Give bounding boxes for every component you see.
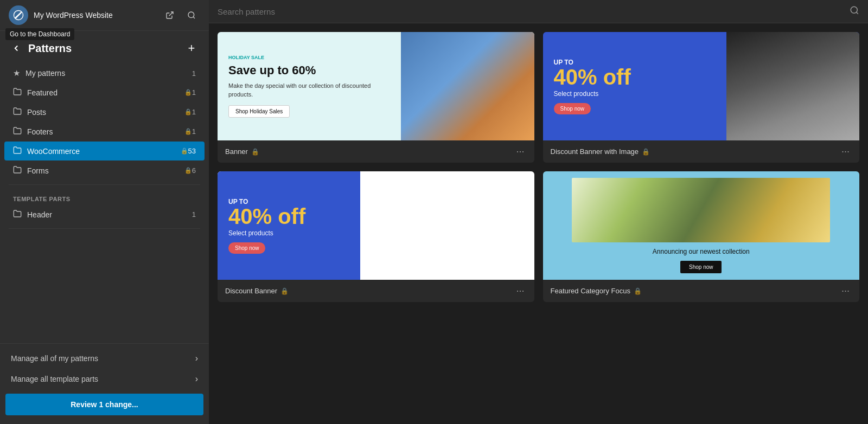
sidebar-title: Patterns (28, 42, 72, 55)
posts-label: Posts (27, 108, 182, 117)
sidebar-footer: Manage all of my patterns › Manage all t… (0, 343, 209, 424)
banner-desc: Make the day special with our collection… (228, 82, 390, 99)
svg-line-4 (856, 12, 858, 14)
lock-icon-featured: 🔒 (184, 89, 192, 96)
sidebar-item-header[interactable]: Header 1 (4, 205, 205, 224)
folder-icon-woo (13, 146, 22, 156)
tooltip: Go to the Dashboard (5, 28, 74, 40)
search-button[interactable] (183, 7, 200, 24)
discount-banner-pattern-name: Discount Banner 🔒 (225, 287, 289, 295)
forms-count: 6 (192, 166, 196, 175)
woocommerce-label: WooCommerce (27, 147, 178, 156)
discount-banner-shop-btn: Shop now (228, 242, 265, 254)
sidebar-item-woocommerce[interactable]: WooCommerce 🔒 53 (4, 142, 205, 160)
pattern-card-banner[interactable]: HOLIDAY SALE Save up to 60% Make the day… (218, 32, 534, 163)
sidebar-item-posts[interactable]: Posts 🔒 1 (4, 102, 205, 121)
discount-banner-select: Select products (228, 229, 349, 237)
banner-shop-btn: Shop Holiday Sales (228, 105, 290, 118)
back-icon (11, 43, 21, 53)
discount-img-lock-icon: 🔒 (642, 148, 650, 156)
svg-line-0 (169, 12, 173, 16)
banner-image (401, 32, 534, 140)
discount-banner-pct: 40% off (228, 205, 349, 227)
posts-count: 1 (192, 108, 196, 116)
pattern-card-featured-cat[interactable]: Announcing our newest collection Shop no… (543, 171, 860, 302)
main-content: HOLIDAY SALE Save up to 60% Make the day… (209, 0, 868, 424)
featured-announcing-text: Announcing our newest collection (653, 248, 750, 255)
svg-point-3 (851, 7, 857, 13)
banner-holiday-tag: HOLIDAY SALE (228, 55, 390, 60)
wp-logo-icon (12, 9, 24, 21)
header-label: Header (27, 210, 192, 219)
manage-template-parts-arrow-icon: › (195, 374, 198, 384)
discount-banner-more-button[interactable]: ··· (514, 285, 526, 297)
featured-cat-more-button[interactable]: ··· (839, 285, 852, 297)
featured-room-image (572, 178, 830, 242)
sidebar-top-bar: My WordPress Website (0, 0, 209, 31)
banner-title: Save up to 60% (228, 63, 390, 78)
add-pattern-button[interactable]: + (183, 40, 200, 57)
discount-img-pattern-name: Discount Banner with Image 🔒 (551, 147, 650, 156)
manage-patterns-link[interactable]: Manage all of my patterns › (0, 348, 209, 369)
patterns-grid: HOLIDAY SALE Save up to 60% Make the day… (209, 23, 868, 424)
search-input[interactable] (218, 7, 845, 16)
my-patterns-count: 1 (192, 69, 196, 78)
footers-count: 1 (192, 127, 196, 136)
star-icon: ★ (13, 68, 20, 78)
lock-icon-woo: 🔒 (181, 147, 188, 155)
forms-label: Forms (27, 166, 182, 175)
featured-cat-lock-icon: 🔒 (634, 287, 642, 295)
featured-cat-name-text: Featured Category Focus (551, 287, 630, 295)
lock-icon-posts: 🔒 (184, 108, 192, 115)
external-link-button[interactable] (161, 7, 178, 24)
search-bar (209, 0, 868, 23)
banner-card-footer: Banner 🔒 ··· (218, 140, 534, 163)
my-patterns-label: My patterns (25, 69, 192, 78)
woocommerce-count: 53 (188, 147, 196, 155)
discount-img-right (726, 32, 859, 140)
featured-shop-btn: Shop now (680, 261, 722, 273)
svg-point-1 (188, 12, 194, 18)
sidebar-header-left: Patterns (9, 41, 72, 56)
banner-left: HOLIDAY SALE Save up to 60% Make the day… (218, 32, 401, 140)
external-link-icon (165, 11, 174, 20)
manage-template-parts-link[interactable]: Manage all template parts › (0, 369, 209, 389)
folder-icon-featured (13, 87, 22, 98)
review-changes-button[interactable]: Review 1 change... (5, 394, 203, 415)
wp-logo (9, 5, 28, 25)
template-parts-section-label: TEMPLATE PARTS (0, 189, 209, 204)
sidebar-nav: ★ My patterns 1 Featured 🔒 1 Posts 🔒 1 (0, 61, 209, 343)
discount-banner-preview: UP TO 40% off Select products Shop now (218, 171, 534, 280)
pattern-card-discount-img[interactable]: UP TO 40% off Select products Shop now D… (543, 32, 860, 163)
banner-preview: HOLIDAY SALE Save up to 60% Make the day… (218, 32, 534, 140)
search-icon (187, 11, 196, 20)
discount-banner-card-footer: Discount Banner 🔒 ··· (218, 280, 534, 302)
featured-label: Featured (27, 88, 182, 97)
sidebar-item-forms[interactable]: Forms 🔒 6 (4, 161, 205, 180)
pattern-card-discount-banner[interactable]: UP TO 40% off Select products Shop now D… (218, 171, 534, 302)
folder-icon-posts (13, 107, 22, 117)
manage-patterns-label: Manage all of my patterns (11, 354, 98, 363)
sidebar-item-my-patterns[interactable]: ★ My patterns 1 (4, 64, 205, 82)
manage-template-parts-label: Manage all template parts (11, 375, 98, 383)
featured-count: 1 (192, 88, 196, 97)
featured-cat-preview: Announcing our newest collection Shop no… (543, 171, 860, 280)
discount-banner-name-text: Discount Banner (225, 287, 277, 295)
sidebar: My WordPress Website Go to the Dashboard… (0, 0, 209, 424)
discount-select: Select products (554, 90, 716, 98)
folder-icon-forms (13, 165, 22, 176)
discount-img-more-button[interactable]: ··· (839, 146, 852, 157)
top-icons (161, 7, 200, 24)
discount-pct: 40% off (554, 66, 716, 88)
banner-more-button[interactable]: ··· (514, 146, 526, 157)
featured-cat-pattern-name: Featured Category Focus 🔒 (551, 287, 642, 295)
back-button[interactable] (9, 41, 24, 56)
banner-pattern-name: Banner 🔒 (225, 147, 259, 156)
room-detail-image (572, 178, 830, 242)
sidebar-item-footers[interactable]: Footers 🔒 1 (4, 122, 205, 141)
folder-icon-footers (13, 126, 22, 137)
sidebar-item-featured[interactable]: Featured 🔒 1 (4, 83, 205, 102)
lock-icon-forms: 🔒 (184, 167, 192, 174)
discount-banner-lock-icon: 🔒 (280, 287, 289, 295)
discount-img-card-footer: Discount Banner with Image 🔒 ··· (543, 140, 860, 163)
